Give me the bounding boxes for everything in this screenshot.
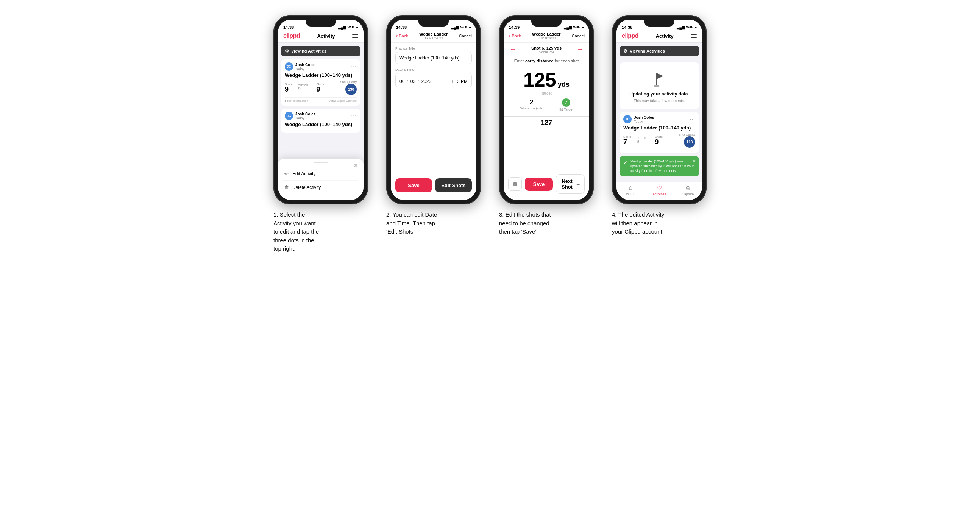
- home-nav-item[interactable]: ⌂ Home: [616, 184, 645, 196]
- phone-4-notch: [644, 20, 675, 27]
- nav-subtitle-3: 06 Mar 2023: [532, 37, 561, 40]
- signal-icon-4: ▂▄▆: [677, 25, 684, 29]
- capture-nav-item[interactable]: ⊕ Capture: [674, 184, 702, 196]
- nav-center-2: Wedge Ladder 06 Mar 2023: [419, 32, 448, 40]
- svg-point-2: [654, 85, 660, 87]
- trash-btn-3[interactable]: 🗑: [508, 177, 522, 191]
- practice-title-label: Practice Title: [395, 46, 472, 50]
- phone-4-header: clippd Activity: [616, 30, 702, 43]
- card-4-user-row: JC Josh Coles Today ···: [623, 115, 695, 124]
- user-date-1: Today: [295, 67, 315, 71]
- phone-2-nav: < Back Wedge Ladder 06 Mar 2023 Cancel: [391, 30, 476, 43]
- edit-activity-label: Edit Activity: [292, 171, 315, 176]
- next-shot-btn[interactable]: Next Shot →: [556, 174, 585, 194]
- battery-icon-4: ■: [695, 25, 697, 29]
- date-day: 06: [399, 79, 404, 84]
- hit-target-icon: ✓: [562, 98, 570, 107]
- home-icon: ⌂: [629, 184, 633, 191]
- hamburger-menu-4[interactable]: [691, 34, 697, 38]
- viewing-bar-4: ⚙ Viewing Activities: [619, 46, 699, 56]
- phone-3-screen: 14:39 ▂▄▆ WiFi ■ < Back Wedge Ladder 06 …: [504, 20, 589, 200]
- save-btn-2[interactable]: Save: [395, 178, 432, 192]
- date-time: 1:13 PM: [450, 79, 468, 84]
- capture-label: Capture: [682, 192, 694, 196]
- difference-metric: 2 Difference (yds): [520, 98, 543, 111]
- score-value-4: 7: [623, 138, 627, 145]
- date-month: 03: [410, 79, 415, 84]
- wifi-icon-2: WiFi: [460, 25, 468, 29]
- user-date-2: Today: [295, 116, 315, 120]
- shots-num-1: 9: [316, 86, 320, 93]
- viewing-bar-label-1: Viewing Activities: [291, 49, 326, 53]
- cancel-btn-2[interactable]: Cancel: [459, 34, 472, 38]
- status-icons-4: ▂▄▆ WiFi ■: [677, 25, 697, 29]
- card-4-stats: Score 7 OUT OF 9 Shots 9 Shot Quality: [623, 133, 695, 148]
- nav-title-2: Wedge Ladder: [419, 32, 448, 37]
- phone-4-screen: 14:38 ▂▄▆ WiFi ■ clippd Activity: [616, 20, 702, 200]
- edit-activity-item[interactable]: ✏ Edit Activity: [283, 167, 358, 181]
- edit-shots-btn[interactable]: Edit Shots: [435, 178, 472, 192]
- three-dots-4[interactable]: ···: [690, 116, 695, 122]
- practice-title-input[interactable]: [395, 52, 472, 64]
- status-icons-1: ▂▄▆ WiFi ■: [338, 25, 358, 29]
- battery-icon-2: ■: [469, 25, 471, 29]
- phone-4-frame: 14:38 ▂▄▆ WiFi ■ clippd Activity: [612, 15, 706, 205]
- shot-header: Shot 6, 125 yds Score 7/9: [531, 43, 562, 56]
- phone-1-column: 14:38 ▂▄▆ WiFi ■ clippd Activity: [270, 15, 372, 253]
- capture-icon: ⊕: [686, 184, 690, 192]
- card-1-title: Wedge Ladder (100–140 yds): [285, 72, 357, 78]
- cancel-btn-3[interactable]: Cancel: [572, 34, 585, 38]
- viewing-bar-label-4: Viewing Activities: [630, 49, 665, 53]
- status-time-1: 14:38: [283, 25, 294, 30]
- back-btn-3[interactable]: < Back: [508, 34, 521, 38]
- phone-1-frame: 14:38 ▂▄▆ WiFi ■ clippd Activity: [274, 15, 368, 205]
- updating-sub: This may take a few moments.: [633, 99, 685, 103]
- wifi-icon-3: WiFi: [573, 25, 581, 29]
- battery-icon-1: ■: [356, 25, 358, 29]
- phone-2-buttons: Save Edit Shots: [395, 178, 472, 192]
- user-name-4: Josh Coles: [634, 116, 654, 120]
- shots-block-4: Shots 9: [655, 135, 662, 145]
- prev-shot-arrow[interactable]: ←: [510, 45, 517, 53]
- hamburger-menu-1[interactable]: [352, 34, 358, 38]
- shots-value-4: 9: [636, 139, 639, 144]
- three-dots-2[interactable]: ···: [351, 113, 357, 119]
- toast-close-btn[interactable]: ✕: [692, 158, 696, 165]
- sheet-close-btn[interactable]: ✕: [354, 162, 358, 168]
- difference-val: 2: [520, 98, 543, 106]
- hit-target-metric: ✓ Hit Target: [559, 98, 573, 111]
- datetime-label: Date & Time: [395, 68, 472, 71]
- date-sep-2: /: [418, 79, 419, 84]
- metrics-row: 2 Difference (yds) ✓ Hit Target: [504, 98, 589, 111]
- clippd-logo-1: clippd: [283, 33, 300, 40]
- save-btn-3[interactable]: Save: [525, 178, 553, 191]
- avatar-4: JC: [623, 115, 632, 124]
- delete-activity-item[interactable]: 🗑 Delete Activity: [283, 181, 358, 194]
- home-label: Home: [626, 192, 635, 196]
- caption-2: 2. You can edit Date and Time. Then tap …: [386, 211, 481, 236]
- date-sep-1: /: [407, 79, 408, 84]
- three-dots-1[interactable]: ···: [351, 63, 357, 69]
- activities-icon: ♡: [657, 184, 662, 192]
- phone-2-screen: 14:38 ▂▄▆ WiFi ■ < Back Wedge Ladder 06 …: [391, 20, 476, 200]
- phone-3-column: 14:39 ▂▄▆ WiFi ■ < Back Wedge Ladder 06 …: [495, 15, 598, 236]
- status-icons-2: ▂▄▆ WiFi ■: [451, 25, 471, 29]
- quality-label-4: Shot Quality: [679, 133, 695, 136]
- nav-center-3: Wedge Ladder 06 Mar 2023: [532, 32, 561, 40]
- hit-target-label: Hit Target: [559, 108, 573, 111]
- signal-icon-3: ▂▄▆: [564, 25, 571, 29]
- battery-icon-3: ■: [582, 25, 584, 29]
- activities-nav-item[interactable]: ♡ Activities: [645, 184, 673, 196]
- phone-2-column: 14:38 ▂▄▆ WiFi ■ < Back Wedge Ladder 06 …: [382, 15, 485, 236]
- input-row: − +: [508, 116, 585, 130]
- quality-block-1: Shot Quality 130: [340, 80, 357, 95]
- score-block-1: Score 9: [285, 83, 293, 93]
- golf-flag-icon: [650, 70, 669, 89]
- datetime-section: Date & Time 06 / 03 / 2023 1:13 PM: [395, 68, 472, 87]
- phone-2-frame: 14:38 ▂▄▆ WiFi ■ < Back Wedge Ladder 06 …: [386, 15, 481, 205]
- next-shot-arrow-top[interactable]: →: [576, 45, 583, 53]
- caption-4: 4. The edited Activity will then appear …: [612, 211, 706, 236]
- yds-input[interactable]: [504, 116, 589, 130]
- card-4-title: Wedge Ladder (100–140 yds): [623, 125, 695, 131]
- back-btn-2[interactable]: < Back: [395, 34, 408, 38]
